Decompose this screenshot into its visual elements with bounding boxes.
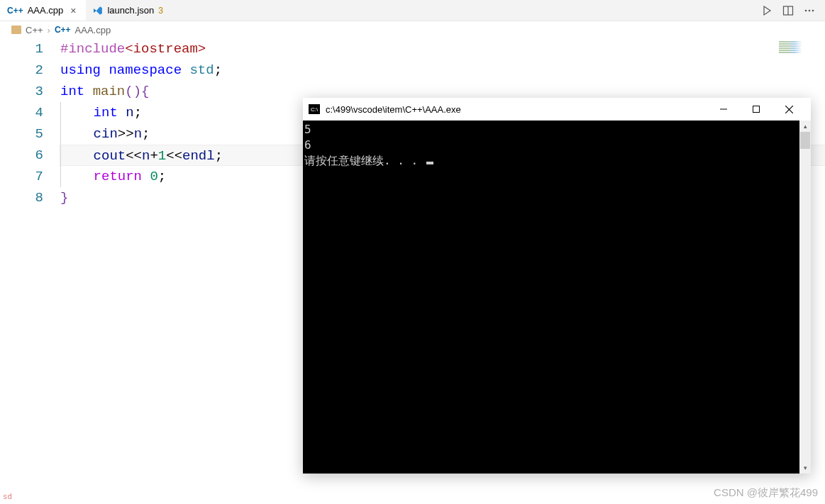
svg-point-2 bbox=[805, 9, 807, 11]
console-window: C:\ c:\499\vscode\item\C++\AAA.exe 56请按任… bbox=[303, 98, 811, 474]
line-number-gutter: 12345678 bbox=[0, 38, 60, 208]
watermark: CSDN @彼岸繁花499 bbox=[714, 486, 818, 500]
tab-modified-badge: 3 bbox=[158, 6, 163, 16]
close-button[interactable] bbox=[773, 98, 805, 121]
scroll-thumb[interactable] bbox=[800, 132, 810, 149]
breadcrumb-file: AAA.cpp bbox=[75, 25, 111, 35]
cpp-icon: C++ bbox=[7, 6, 23, 16]
close-icon[interactable]: × bbox=[67, 5, 79, 16]
editor-actions bbox=[761, 5, 825, 16]
chevron-right-icon: › bbox=[48, 25, 50, 35]
window-controls bbox=[707, 98, 805, 121]
status-text: sd bbox=[3, 492, 12, 501]
breadcrumb[interactable]: C++ › C++ AAA.cpp bbox=[0, 21, 825, 38]
svg-point-3 bbox=[809, 9, 811, 11]
folder-icon bbox=[11, 26, 21, 34]
maximize-button[interactable] bbox=[740, 98, 773, 121]
scroll-up-icon[interactable]: ▴ bbox=[799, 121, 811, 132]
tab-label: launch.json bbox=[107, 5, 154, 16]
scrollbar[interactable]: ▴ ▾ bbox=[799, 121, 811, 474]
tab-launch-json[interactable]: launch.json 3 bbox=[86, 0, 170, 21]
tab-bar: C++ AAA.cpp × launch.json 3 bbox=[0, 0, 825, 21]
console-titlebar[interactable]: C:\ c:\499\vscode\item\C++\AAA.exe bbox=[303, 98, 811, 121]
minimap[interactable] bbox=[779, 41, 818, 55]
vscode-icon bbox=[93, 6, 103, 16]
svg-point-4 bbox=[812, 9, 814, 11]
cpp-icon: C++ bbox=[55, 25, 71, 35]
cmd-icon: C:\ bbox=[309, 104, 320, 114]
tab-label: AAA.cpp bbox=[28, 5, 64, 16]
split-editor-icon[interactable] bbox=[782, 5, 794, 16]
console-output[interactable]: 56请按任意键继续. . . bbox=[303, 121, 799, 474]
console-title: c:\499\vscode\item\C++\AAA.exe bbox=[326, 104, 461, 115]
run-icon[interactable] bbox=[761, 5, 773, 16]
svg-rect-6 bbox=[753, 106, 760, 113]
minimize-button[interactable] bbox=[707, 98, 740, 121]
tab-aaa-cpp[interactable]: C++ AAA.cpp × bbox=[0, 0, 86, 21]
more-icon[interactable] bbox=[804, 5, 815, 16]
breadcrumb-folder: C++ bbox=[26, 25, 43, 35]
scroll-down-icon[interactable]: ▾ bbox=[799, 462, 811, 474]
